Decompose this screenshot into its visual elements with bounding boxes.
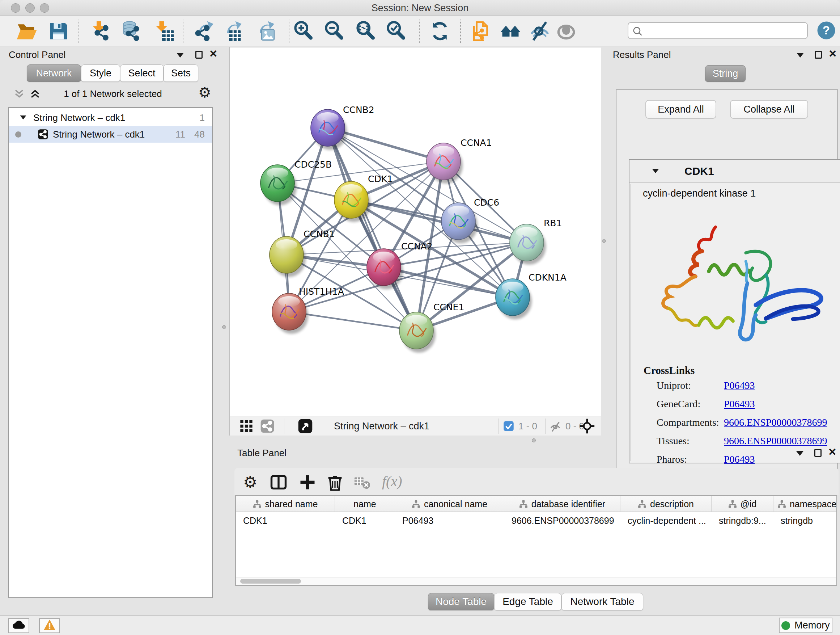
tab-node-table[interactable]: Node Table [428,593,494,610]
tab-network-table[interactable]: Network Table [561,593,643,610]
export-table-icon[interactable] [222,20,243,42]
control-panel-menu-icon[interactable] [177,53,184,57]
network-canvas[interactable]: CCNB2CCNA1CDC25BCDK1CDC6RB1CCNB1CCNA2CDK… [229,47,601,435]
hidden-eye-slash-icon[interactable] [549,420,562,433]
network-overview-icon[interactable] [500,20,521,42]
collapse-all-icon[interactable] [13,88,25,100]
bottom-splitter-handle[interactable] [532,439,536,442]
export-image-icon[interactable] [254,20,276,42]
zoom-out-icon[interactable] [324,20,345,42]
memory-button[interactable]: Memory [779,618,832,633]
tab-select[interactable]: Select [120,65,164,82]
column-header-shared-name[interactable]: shared name [236,496,335,512]
export-network-icon[interactable] [194,20,215,42]
gene-header[interactable]: CDK1 [630,160,840,183]
edge-CCNA2-CDKN1A[interactable] [384,267,513,297]
protein-structure-image [645,218,833,359]
table-panel-menu-icon[interactable] [796,451,804,456]
network-badge-gray-icon[interactable] [260,419,275,433]
table-columns-icon[interactable] [269,473,288,492]
memory-label: Memory [794,620,830,631]
tab-style[interactable]: Style [81,65,120,82]
control-panel: Control Panel ✕ NetworkStyleSelectSets 1… [3,46,216,613]
edge-CCNB2-CCNE1[interactable] [328,128,416,331]
cloud-button[interactable] [8,618,29,633]
gene-expander-icon[interactable] [652,169,659,173]
crosslink-link[interactable]: 9606.ENSP00000378699 [724,417,827,428]
node-label-HIST1H1A: HIST1H1A [299,287,344,297]
grid-view-icon[interactable] [239,419,254,433]
selected-checkbox-icon[interactable] [503,421,514,432]
tab-network[interactable]: Network [27,65,81,82]
table-cell[interactable]: stringdb [774,513,837,528]
column-header-database-identifier[interactable]: database identifier [504,496,621,512]
left-splitter-handle[interactable] [222,325,226,329]
zoom-fit-icon[interactable] [355,20,377,42]
expand-all-icon[interactable] [29,88,41,100]
tab-sets[interactable]: Sets [164,65,198,82]
table-cell[interactable]: CDK1 [236,513,335,528]
network-row[interactable]: String Network – cdk1 11 48 [9,126,212,143]
table-cell[interactable]: CDK1 [335,513,395,528]
birds-eye-view-icon[interactable] [298,418,313,434]
control-panel-close-icon[interactable]: ✕ [209,50,218,58]
table-horizontal-scrollbar[interactable] [236,577,836,585]
node-CCNB2[interactable] [311,109,347,150]
svg-text:?: ? [823,24,830,37]
tab-string[interactable]: String [705,65,745,82]
import-network-database-icon[interactable] [120,20,142,42]
table-panel-float-icon[interactable] [814,449,821,457]
node-CCNA1[interactable] [426,143,463,184]
table-add-column-icon[interactable] [298,473,317,492]
results-panel-float-icon[interactable] [815,51,822,59]
save-session-icon[interactable] [47,20,69,42]
control-panel-float-icon[interactable] [195,51,202,59]
edge-CDK1-RB1[interactable] [351,200,527,242]
column-header-namespace[interactable]: namespace [774,496,837,512]
collection-expander-icon[interactable] [20,116,27,119]
results-panel-menu-icon[interactable] [797,53,804,57]
table-gear-icon[interactable]: ⚙ [243,473,262,492]
column-header--id[interactable]: @id [712,496,774,512]
hide-graphics-icon[interactable] [529,20,551,42]
table-cell[interactable]: cyclin-dependent ... [621,513,712,528]
table-panel-close-icon[interactable]: ✕ [828,448,836,456]
table-cell[interactable]: stringdb:9... [712,513,774,528]
network-collection-row[interactable]: String Network – cdk1 1 [9,109,212,126]
table-cell[interactable]: P06493 [395,513,504,528]
annotation-icon[interactable] [470,20,492,42]
table-cell[interactable]: 9606.ENSP00000378699 [504,513,621,528]
node-label-RB1: RB1 [544,218,562,228]
import-network-icon[interactable] [89,20,111,42]
node-HIST1H1A[interactable] [272,293,308,334]
crosslink-link[interactable]: P06493 [724,398,755,410]
column-header-canonical-name[interactable]: canonical name [395,496,504,512]
crosshair-icon[interactable] [579,418,595,434]
table-delete-column-icon[interactable] [325,473,344,492]
show-graphics-icon[interactable] [555,20,577,42]
search-input[interactable] [647,24,803,37]
expand-all-button[interactable]: Expand All [645,100,716,119]
import-table-icon[interactable] [153,20,175,42]
tab-edge-table[interactable]: Edge Table [494,593,561,610]
column-header-name[interactable]: name [335,496,395,512]
crosslink-link[interactable]: P06493 [724,380,755,391]
table-scrollbar-thumb[interactable] [240,579,301,584]
node-RB1[interactable] [510,224,546,264]
zoom-in-icon[interactable] [293,20,314,42]
open-session-icon[interactable] [16,20,37,42]
warning-button[interactable] [39,618,60,633]
help-icon[interactable]: ? [816,20,836,41]
results-panel-close-icon[interactable]: ✕ [829,50,837,58]
collapse-all-button[interactable]: Collapse All [730,100,808,119]
column-header-description[interactable]: description [621,496,712,512]
node-CDC25B[interactable] [261,165,297,205]
node-CDK1[interactable] [334,181,370,222]
zoom-selected-icon[interactable] [385,20,407,42]
table-row[interactable]: CDK1CDK1P064939606.ENSP00000378699cyclin… [236,513,837,528]
table-function-builder-icon: f(x) [382,473,422,492]
node-CDKN1A[interactable] [496,279,532,319]
gear-icon[interactable]: ⚙ [198,84,211,101]
warning-icon [43,619,56,631]
refresh-icon[interactable] [429,20,451,42]
